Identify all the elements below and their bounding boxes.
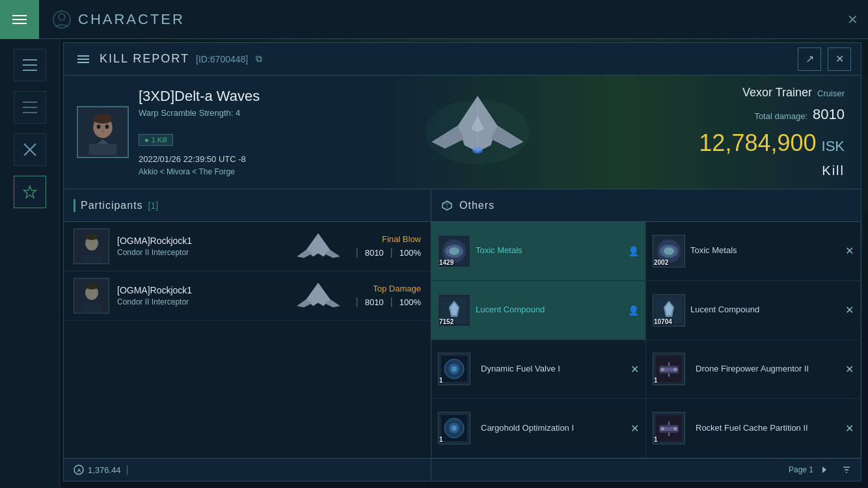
participant-row[interactable]: [OGMA]Rockjock1 Condor II Interceptor Fi… (64, 222, 431, 271)
kill-stats: Vexor Trainer Cruiser Total damage: 8010… (683, 75, 861, 189)
lucent-compound-left-person-icon[interactable]: 👤 (628, 305, 639, 316)
ship-type: Cruiser (817, 88, 845, 98)
star-icon (23, 185, 37, 199)
kill-info: [3XD]Delt-a Waves Warp Scramble Strength… (64, 75, 861, 189)
sidebar-icon-lines[interactable] (14, 49, 46, 81)
participants-panel: Participants [1] [OGMA]Rockjock (64, 189, 431, 481)
next-page-icon[interactable] (820, 465, 829, 474)
lucent-compound-right-qty: 10704 (654, 318, 672, 325)
total-damage-value: 8010 (813, 106, 845, 123)
sidebar-icon-swords[interactable] (14, 133, 46, 166)
top-bar: CHARACTER ✕ (0, 0, 868, 39)
ship-visual (413, 87, 543, 178)
item-rocket-fuel-cache[interactable]: 1 Rocket Fuel Cache Partition II ✕ (646, 399, 861, 458)
app-close-button[interactable]: ✕ (847, 12, 858, 27)
kill-type: Kill (822, 163, 845, 178)
app-title: CHARACTER (78, 11, 185, 28)
participants-header: Participants [1] (64, 189, 431, 222)
panel-close-button[interactable]: ✕ (828, 47, 851, 71)
item-lucent-compound-right[interactable]: 10704 Lucent Compound ✕ (646, 281, 861, 340)
svg-rect-5 (23, 102, 37, 103)
svg-point-76 (660, 427, 664, 431)
toxic-metals-right-close-icon[interactable]: ✕ (845, 245, 854, 257)
filter-icon[interactable] (842, 465, 851, 474)
ship-name: Vexor Trainer (742, 86, 812, 100)
lucent-compound-left-qty: 7152 (439, 318, 454, 325)
ship-area (273, 75, 683, 189)
rocket-fuel-cache-label: Rocket Fuel Cache Partition II (696, 423, 840, 434)
item-toxic-metals-left[interactable]: 1429 Toxic Metals 👤 (431, 222, 646, 281)
lucent-compound-left-label: Lucent Compound (476, 305, 623, 316)
toxic-metals-left-person-icon[interactable]: 👤 (628, 246, 639, 256)
export-button[interactable]: ↗ (798, 47, 821, 71)
cargohold-opt-close-icon[interactable]: ✕ (631, 422, 639, 435)
participant-avatar-2 (74, 278, 109, 314)
menu-button[interactable] (0, 0, 39, 39)
stat-percent-1: 100% (400, 248, 421, 258)
svg-rect-37 (82, 305, 102, 312)
footer-amount: 1,376.44 (88, 465, 121, 475)
pilot-section: [3XD]Delt-a Waves Warp Scramble Strength… (64, 75, 273, 189)
cube-icon (441, 200, 453, 211)
isk-value: 12,784,900 (699, 129, 816, 157)
stat-damage-2: 8010 (365, 297, 384, 307)
participants-count: [1] (148, 200, 159, 211)
cargohold-opt-qty: 1 (439, 436, 443, 443)
kill-report-panel: KILL REPORT [ID:6700448] ⧉ ↗ ✕ (63, 42, 861, 481)
pilot-portrait (80, 109, 126, 155)
item-drone-firepower[interactable]: 1 Drone Firepower Augmentor II ✕ (646, 340, 861, 400)
copy-icon[interactable]: ⧉ (256, 53, 262, 64)
isk-label: ISK (822, 138, 845, 155)
total-damage-label: Total damage: (754, 111, 807, 121)
lucent-compound-right-close-icon[interactable]: ✕ (845, 304, 854, 316)
item-lucent-compound-left[interactable]: 7152 Lucent Compound 👤 (431, 281, 646, 340)
participant-ship-img-1 (293, 228, 345, 264)
svg-rect-4 (23, 70, 37, 71)
item-cargohold-opt[interactable]: 1 Cargohold Optimization I ✕ (431, 399, 646, 458)
svg-point-29 (85, 234, 98, 240)
warp-scramble: Warp Scramble Strength: 4 (139, 108, 260, 118)
stat-percent-2: 100% (400, 297, 421, 307)
drone-firepower-close-icon[interactable]: ✕ (845, 363, 854, 375)
sidebar-icon-star[interactable] (14, 176, 46, 208)
cargohold-opt-wrap: 1 (438, 412, 470, 444)
svg-point-66 (673, 368, 677, 372)
others-title: Others (459, 200, 495, 211)
svg-rect-14 (89, 144, 116, 155)
dynamic-fuel-valve-close-icon[interactable]: ✕ (631, 363, 639, 375)
rocket-fuel-cache-close-icon[interactable]: ✕ (845, 422, 854, 435)
svg-point-16 (97, 124, 101, 128)
participant-name-1: [OGMA]Rockjock1 (117, 236, 285, 246)
others-header: Others (431, 189, 861, 222)
kill-badge: ● 1 Kill (139, 134, 173, 146)
svg-point-77 (673, 427, 677, 431)
participant-stats-2: Top Damage | 8010 | 100% (353, 284, 421, 308)
participant-row-2[interactable]: [OGMA]Rockjock1 Condor II Interceptor To… (64, 271, 431, 321)
drone-icon (656, 356, 682, 382)
dynamic-fuel-valve-label: Dynamic Fuel Valve I (481, 364, 625, 375)
page-info: Page 1 (789, 465, 813, 474)
others-grid: 1429 Toxic Metals 👤 (431, 222, 861, 458)
svg-text:₳: ₳ (77, 468, 81, 474)
cargohold-icon (441, 415, 467, 441)
svg-rect-6 (23, 107, 37, 108)
panel-menu-button[interactable] (74, 49, 93, 69)
item-dynamic-fuel-valve[interactable]: 1 Dynamic Fuel Valve I ✕ (431, 340, 646, 400)
toxic-metals-right-icon-wrap: 2002 (653, 235, 685, 267)
rocket-fuel-cache-wrap: 1 (653, 412, 685, 444)
svg-rect-30 (82, 255, 102, 263)
svg-point-17 (105, 124, 109, 128)
pilot-info: [3XD]Delt-a Waves Warp Scramble Strength… (139, 88, 260, 176)
participant-ship-img-2 (293, 278, 345, 314)
left-sidebar (0, 39, 60, 488)
participant-portrait-2 (75, 280, 108, 312)
toxic-metals-right-qty: 2002 (654, 259, 668, 266)
sidebar-icon-lines2[interactable] (14, 91, 46, 124)
character-icon (52, 10, 72, 29)
toxic-metals-right-label: Toxic Metals (690, 245, 840, 256)
item-toxic-metals-right[interactable]: 2002 Toxic Metals ✕ (646, 222, 861, 281)
svg-marker-10 (23, 186, 36, 198)
svg-point-72 (452, 426, 457, 431)
drone-firepower-qty: 1 (654, 377, 658, 384)
svg-point-13 (93, 114, 112, 124)
